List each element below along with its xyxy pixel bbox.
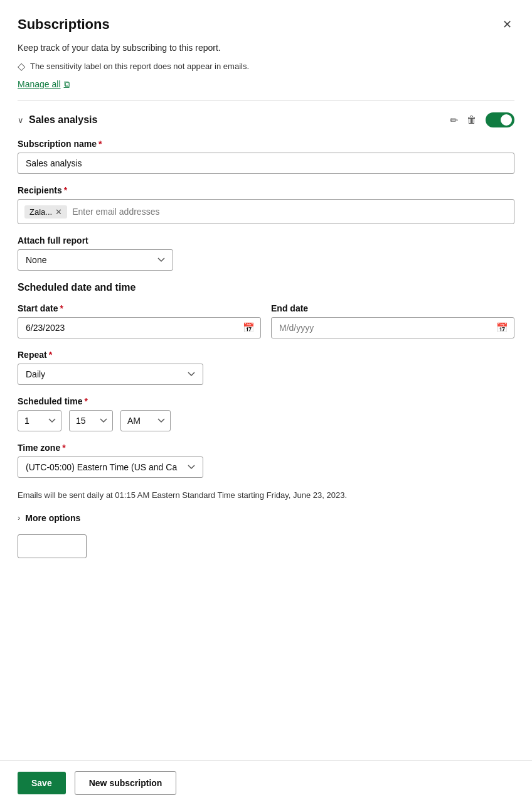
required-star-time: * — [84, 396, 87, 406]
recipients-label: Recipients * — [18, 185, 514, 195]
sensitivity-row: ◇ The sensitivity label on this report d… — [18, 60, 514, 72]
required-star: * — [98, 139, 102, 149]
start-date-input[interactable] — [18, 317, 261, 338]
panel-title: Subscriptions — [18, 16, 110, 33]
timezone-label: Time zone * — [18, 443, 514, 453]
external-link-icon: ⧉ — [64, 79, 70, 89]
subscriptions-panel: Subscriptions ✕ Keep track of your data … — [0, 0, 532, 805]
partial-button-area — [18, 534, 514, 558]
time-row: 1 2345 6789 101112 00153045 AM PM — [18, 410, 514, 431]
section-actions: ✏ 🗑 — [450, 112, 514, 127]
start-date-input-wrapper: 📅 — [18, 317, 261, 338]
attach-select-wrapper: None PDF PowerPoint — [18, 249, 173, 271]
start-date-label: Start date * — [18, 303, 261, 313]
sensitivity-icon: ◇ — [18, 60, 25, 72]
required-star-recipients: * — [64, 185, 67, 195]
toggle-knob — [501, 114, 512, 126]
more-options-label: More options — [25, 513, 80, 523]
panel-header: Subscriptions ✕ — [18, 15, 514, 34]
subscription-name-group: Subscription name * — [18, 139, 514, 174]
bottom-bar: Save New subscription — [0, 760, 532, 805]
recipient-tag: Zala... ✕ — [24, 205, 67, 219]
ampm-select[interactable]: AM PM — [120, 410, 171, 431]
edit-icon[interactable]: ✏ — [450, 114, 458, 126]
repeat-group: Repeat * Daily Weekly Monthly Yearly — [18, 350, 514, 385]
scheduled-time-group: Scheduled time * 1 2345 6789 101112 0015… — [18, 396, 514, 431]
save-button[interactable]: Save — [18, 772, 66, 794]
minute-select[interactable]: 00153045 — [69, 410, 113, 431]
scheduled-time-label: Scheduled time * — [18, 396, 514, 406]
repeat-label: Repeat * — [18, 350, 514, 360]
schedule-summary: Emails will be sent daily at 01:15 AM Ea… — [18, 489, 514, 502]
repeat-select-wrapper: Daily Weekly Monthly Yearly — [18, 364, 203, 385]
end-date-input[interactable] — [271, 317, 514, 338]
required-star-timezone: * — [62, 443, 65, 453]
date-row: Start date * 📅 End date 📅 — [18, 303, 514, 338]
repeat-select[interactable]: Daily Weekly Monthly Yearly — [18, 364, 203, 385]
required-star-repeat: * — [49, 350, 52, 360]
hour-select[interactable]: 1 2345 6789 101112 — [18, 410, 61, 431]
end-date-input-wrapper: 📅 — [271, 317, 514, 338]
collapse-chevron-icon[interactable]: ∨ — [18, 116, 24, 125]
manage-all-link[interactable]: Manage all ⧉ — [18, 79, 70, 89]
end-date-calendar-icon[interactable]: 📅 — [496, 322, 508, 333]
manage-all-label: Manage all — [18, 79, 61, 89]
subscription-section: ∨ Sales analysis ✏ 🗑 Subscription name * — [18, 112, 514, 558]
more-options-row[interactable]: › More options — [18, 513, 514, 523]
section-name: Sales analysis — [29, 114, 97, 126]
new-subscription-button[interactable]: New subscription — [75, 771, 177, 795]
recipients-box[interactable]: Zala... ✕ — [18, 199, 514, 224]
divider — [18, 100, 514, 101]
subscription-toggle[interactable] — [486, 112, 514, 127]
recipients-input[interactable] — [72, 207, 508, 217]
timezone-select[interactable]: (UTC-05:00) Eastern Time (US and Canada)… — [18, 457, 203, 478]
subscription-name-label: Subscription name * — [18, 139, 514, 149]
start-date-calendar-icon[interactable]: 📅 — [243, 322, 255, 333]
subscription-name-input[interactable] — [18, 153, 514, 174]
delete-icon[interactable]: 🗑 — [467, 114, 477, 126]
attach-report-group: Attach full report None PDF PowerPoint — [18, 235, 514, 271]
attach-report-label: Attach full report — [18, 235, 514, 246]
timezone-group: Time zone * (UTC-05:00) Eastern Time (US… — [18, 443, 514, 478]
more-options-chevron-icon: › — [18, 513, 20, 522]
sensitivity-text: The sensitivity label on this report doe… — [30, 62, 249, 71]
panel-description: Keep track of your data by subscribing t… — [18, 43, 514, 53]
partial-button — [18, 534, 87, 558]
section-title-row: ∨ Sales analysis — [18, 114, 97, 126]
end-date-group: End date 📅 — [271, 303, 514, 338]
required-star-start: * — [60, 303, 63, 313]
recipient-remove-button[interactable]: ✕ — [55, 207, 62, 217]
recipients-group: Recipients * Zala... ✕ — [18, 185, 514, 224]
recipient-name: Zala... — [29, 207, 52, 217]
start-date-group: Start date * 📅 — [18, 303, 261, 338]
section-header: ∨ Sales analysis ✏ 🗑 — [18, 112, 514, 127]
close-button[interactable]: ✕ — [500, 15, 514, 34]
end-date-label: End date — [271, 303, 514, 313]
scheduled-section-title: Scheduled date and time — [18, 282, 514, 293]
attach-select[interactable]: None PDF PowerPoint — [18, 249, 173, 271]
